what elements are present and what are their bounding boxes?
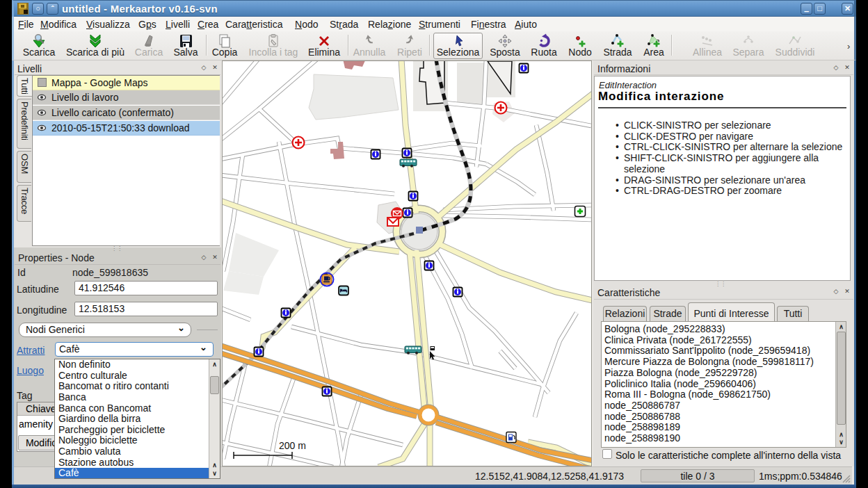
svg-text:200 m: 200 m xyxy=(279,440,306,451)
